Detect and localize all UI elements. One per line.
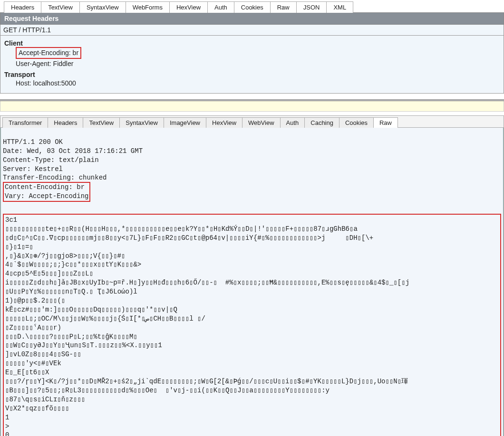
request-tab-webforms[interactable]: WebForms <box>126 1 170 13</box>
request-tab-raw[interactable]: Raw <box>270 1 297 13</box>
response-tabstrip: TransformerHeadersTextViewSyntaxViewImag… <box>0 116 504 128</box>
response-panel: TransformerHeadersTextViewSyntaxViewImag… <box>0 115 504 436</box>
request-first-line: GET / HTTP/1.1 <box>0 25 504 36</box>
response-tab-caching[interactable]: Caching <box>304 117 339 128</box>
request-group-client: Client <box>4 39 500 47</box>
request-header-host[interactable]: Host: localhost:5000 <box>16 78 76 88</box>
request-tab-headers[interactable]: Headers <box>4 1 41 13</box>
response-tab-hexview[interactable]: HexView <box>206 117 242 128</box>
response-tab-transformer[interactable]: Transformer <box>2 117 48 128</box>
response-tab-auth[interactable]: Auth <box>280 117 305 128</box>
response-raw-text[interactable]: HTTP/1.1 200 OK Date: Wed, 03 Oct 2018 1… <box>0 128 504 436</box>
request-header-accept-encoding[interactable]: Accept-Encoding: br <box>16 47 81 59</box>
request-group-transport: Transport <box>4 71 500 78</box>
response-tab-webview[interactable]: WebView <box>242 117 280 128</box>
request-tabstrip: HeadersTextViewSyntaxViewWebFormsHexView… <box>0 0 504 12</box>
request-tab-cookies[interactable]: Cookies <box>234 1 271 13</box>
response-tab-raw[interactable]: Raw <box>373 117 398 128</box>
request-tab-textview[interactable]: TextView <box>41 1 80 13</box>
response-tab-syntaxview[interactable]: SyntaxView <box>119 117 164 128</box>
decode-banner[interactable] <box>0 101 504 112</box>
request-header-user-agent[interactable]: User-Agent: Fiddler <box>16 59 73 69</box>
response-tab-headers[interactable]: Headers <box>48 117 83 128</box>
request-tab-hexview[interactable]: HexView <box>169 1 208 13</box>
request-headers-block: ClientAccept-Encoding: brUser-Agent: Fid… <box>0 36 504 94</box>
request-tab-auth[interactable]: Auth <box>207 1 234 13</box>
response-body-highlight: 3c1 ▯▯▯▯▯▯▯▯▯▯te▯+▯▯R▯▯(H▯▯▯H▯▯▯,*▯▯▯▯▯▯… <box>3 214 501 436</box>
request-tab-xml[interactable]: XML <box>326 1 353 13</box>
response-headers-plain: HTTP/1.1 200 OK Date: Wed, 03 Oct 2018 1… <box>3 138 143 182</box>
response-headers-highlight: Content-Encoding: br Vary: Accept-Encodi… <box>3 182 90 202</box>
request-headers-title: Request Headers <box>0 12 504 25</box>
response-tab-cookies[interactable]: Cookies <box>339 117 374 128</box>
request-tab-syntaxview[interactable]: SyntaxView <box>79 1 126 13</box>
response-tab-textview[interactable]: TextView <box>83 117 120 128</box>
request-tab-json[interactable]: JSON <box>296 1 327 13</box>
response-tab-imageview[interactable]: ImageView <box>164 117 206 128</box>
